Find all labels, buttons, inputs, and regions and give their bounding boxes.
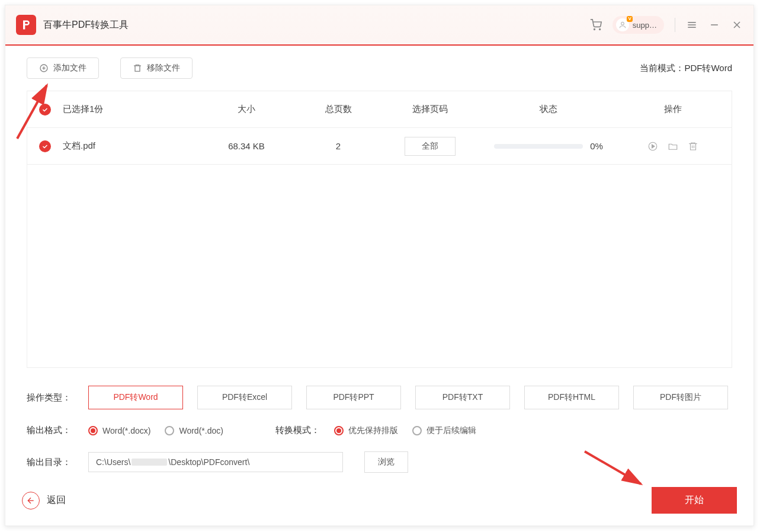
type-pdf-txt[interactable]: PDF转TXT [415,386,510,409]
add-file-button[interactable]: 添加文件 [27,57,99,79]
row-checkbox[interactable] [39,140,51,152]
avatar-icon: V [616,18,629,31]
file-size: 68.34 KB [193,141,300,151]
file-pages: 2 [300,141,377,151]
footer: 返回 开始 [5,479,753,525]
trash-icon[interactable] [688,141,698,152]
col-page-select: 选择页码 [377,104,483,115]
cart-icon[interactable] [590,19,602,31]
output-path-input[interactable]: C:\Users\\Desktop\PDFconvert\ [88,452,343,472]
svg-point-1 [599,29,601,30]
type-pdf-word[interactable]: PDF转Word [88,386,183,409]
browse-button[interactable]: 浏览 [364,451,408,473]
svg-point-2 [621,22,624,25]
progress-percent: 0% [590,141,603,151]
back-button[interactable]: 返回 [22,492,66,509]
select-all-checkbox[interactable] [39,104,51,116]
col-actions: 操作 [614,104,732,115]
table-header: 已选择1份 大小 总页数 选择页码 状态 操作 [27,91,732,128]
convert-edit-label: 便于后续编辑 [427,425,476,436]
user-chip[interactable]: V supp… [613,16,664,34]
col-size: 大小 [193,104,300,115]
progress-bar [494,144,583,149]
path-suffix: \Desktop\PDFconvert\ [168,457,249,467]
convert-layout-label: 优先保持排版 [348,425,398,436]
vip-badge: V [627,16,632,22]
start-button[interactable]: 开始 [652,487,737,514]
options-panel: 操作类型： PDF转Word PDF转Excel PDF转PPT PDF转TXT… [5,368,753,479]
type-label: 操作类型： [27,392,74,403]
back-label: 返回 [47,494,66,507]
svg-point-0 [594,29,595,30]
folder-icon[interactable] [668,141,678,152]
title-bar: 百事牛PDF转换工具 V supp… [5,5,753,46]
col-status: 状态 [483,104,614,115]
current-mode: 当前模式：PDF转Word [640,63,732,74]
convert-edit-radio[interactable]: 便于后续编辑 [412,425,476,436]
col-selected: 已选择1份 [63,104,193,115]
file-name: 文档.pdf [63,140,95,152]
plus-circle-icon [39,63,49,73]
remove-file-button[interactable]: 移除文件 [120,57,193,79]
type-pdf-html[interactable]: PDF转HTML [524,386,619,409]
app-title: 百事牛PDF转换工具 [43,19,590,31]
add-file-label: 添加文件 [53,63,86,73]
convert-mode-label: 转换模式： [275,425,320,436]
dir-label: 输出目录： [27,457,74,468]
format-docx-radio[interactable]: Word(*.docx) [88,426,150,435]
play-icon[interactable] [647,141,658,152]
file-table: 已选择1份 大小 总页数 选择页码 状态 操作 文档.pdf 68.34 KB … [27,91,732,368]
convert-layout-radio[interactable]: 优先保持排版 [334,425,398,436]
format-doc-radio[interactable]: Word(*.doc) [165,426,223,435]
path-prefix: C:\Users\ [96,457,130,467]
format-docx-label: Word(*.docx) [102,426,150,435]
svg-marker-13 [652,145,655,148]
type-pdf-excel[interactable]: PDF转Excel [197,386,292,409]
type-pdf-ppt[interactable]: PDF转PPT [306,386,401,409]
close-icon[interactable] [731,19,743,31]
format-doc-label: Word(*.doc) [179,426,223,435]
toolbar: 添加文件 移除文件 当前模式：PDF转Word [5,46,753,79]
trash-icon [133,63,142,73]
minimize-icon[interactable] [708,19,720,31]
menu-icon[interactable] [686,19,698,31]
path-masked [132,459,167,466]
divider [675,18,675,32]
user-name: supp… [633,21,657,30]
col-pages: 总页数 [300,104,377,115]
page-select-button[interactable]: 全部 [405,137,456,156]
mode-value: PDF转Word [684,63,732,73]
back-arrow-icon [22,492,40,509]
type-pdf-image[interactable]: PDF转图片 [633,386,728,409]
app-logo [16,15,36,35]
table-row: 文档.pdf 68.34 KB 2 全部 0% [27,128,732,165]
format-label: 输出格式： [27,425,74,436]
mode-label-text: 当前模式： [640,63,684,73]
remove-file-label: 移除文件 [147,63,180,73]
